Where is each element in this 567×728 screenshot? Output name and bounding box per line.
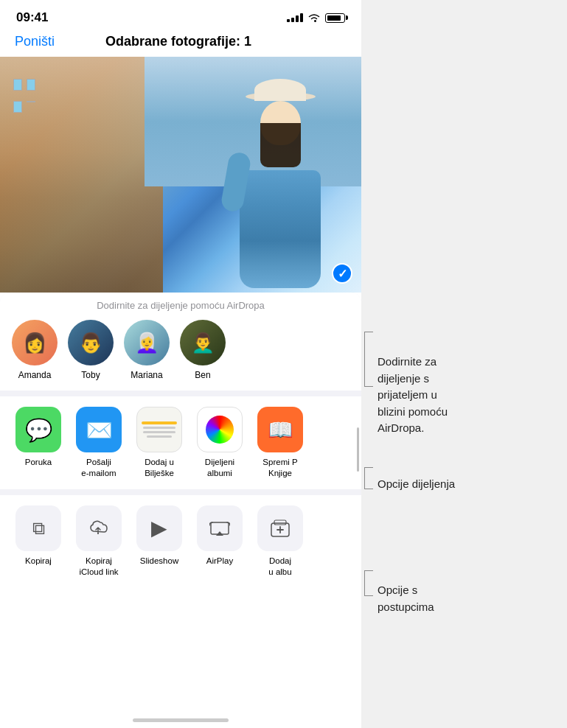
iphone-frame: 09:41 <box>0 0 361 728</box>
nav-bar: Poništi Odabrane fotografije: 1 <box>0 29 361 57</box>
actions-annotation-text: Opcije spostupcima <box>378 582 434 615</box>
share-option-books[interactable]: 📖 Spremi PKnjige <box>254 407 307 479</box>
share-options-row: 💬 Poruka ✉️ Pošaljie-mailom <box>0 396 361 489</box>
share-options-annotation: Opcije dijeljenja <box>378 476 455 493</box>
share-option-label: Dodaj uBilješke <box>145 457 174 479</box>
avatar-ben: 👨‍🦱 <box>180 320 226 365</box>
share-option-label: Spremi PKnjige <box>262 457 297 479</box>
svg-rect-3 <box>274 520 286 525</box>
copy-icon: ⧉ <box>15 505 61 551</box>
actions-annotation: Opcije spostupcima <box>378 582 434 615</box>
airdrop-section: Dodirnite za dijeljenje pomoću AirDropa … <box>0 293 361 391</box>
action-label: Dodaju albu <box>268 556 291 578</box>
action-label: KopirajiCloud link <box>79 556 118 578</box>
airdrop-annotation: Dodirnite zadijeljenje sprijateljem ubli… <box>378 354 448 437</box>
add-album-icon <box>257 505 303 551</box>
share-option-label: Poruka <box>25 457 52 468</box>
share-sheet: Dodirnite za dijeljenje pomoću AirDropa … <box>0 293 361 588</box>
cancel-button[interactable]: Poništi <box>15 34 55 49</box>
signal-icon <box>287 13 303 22</box>
airdrop-person-name: Toby <box>81 370 100 380</box>
messages-icon: 💬 <box>15 407 61 452</box>
share-option-messages[interactable]: 💬 Poruka <box>12 407 65 479</box>
wifi-icon <box>307 13 321 23</box>
airdrop-person-name: Ben <box>195 370 210 380</box>
share-option-notes[interactable]: Dodaj uBilješke <box>133 407 186 479</box>
action-label: Slideshow <box>140 556 178 567</box>
avatar-amanda: 👩 <box>12 320 58 365</box>
scroll-indicator <box>357 427 359 472</box>
action-copy-icloud[interactable]: KopirajiCloud link <box>72 505 125 578</box>
nav-title: Odabrane fotografije: 1 <box>55 34 302 49</box>
mail-icon: ✉️ <box>76 407 122 452</box>
airplay-icon <box>197 505 243 551</box>
airdrop-label: Dodirnite za dijeljenje pomoću AirDropa <box>0 300 361 311</box>
action-slideshow[interactable]: ▶ Slideshow <box>133 505 186 578</box>
status-icons <box>287 13 345 23</box>
share-option-mail[interactable]: ✉️ Pošaljie-mailom <box>72 407 125 479</box>
airdrop-people-list: 👩 Amanda 👨 Toby 👩‍🦳 M <box>0 320 361 380</box>
status-bar: 09:41 <box>0 0 361 29</box>
action-label: AirPlay <box>206 556 233 567</box>
actions-row: ⧉ Kopiraj KopirajiCloud link <box>0 495 361 588</box>
share-option-label: Dijeljenialbumi <box>205 457 234 479</box>
action-label: Kopiraj <box>25 556 52 567</box>
status-time: 09:41 <box>16 10 48 25</box>
annotation-panel: Dodirnite zadijeljenje sprijateljem ubli… <box>361 0 567 728</box>
share-option-albums[interactable]: Dijeljenialbumi <box>193 407 246 479</box>
share-option-label: Pošaljie-mailom <box>81 457 116 479</box>
battery-icon <box>325 13 345 23</box>
airdrop-person-name: Mariana <box>131 370 162 380</box>
icloud-link-icon <box>76 505 122 551</box>
action-airplay[interactable]: AirPlay <box>193 505 246 578</box>
airdrop-annotation-text: Dodirnite zadijeljenje sprijateljem ubli… <box>378 354 448 437</box>
photo-selected-check[interactable]: ✓ <box>332 263 352 284</box>
share-options-annotation-text: Opcije dijeljenja <box>378 476 455 493</box>
airdrop-person-mariana[interactable]: 👩‍🦳 Mariana <box>124 320 170 380</box>
avatar-toby: 👨 <box>68 320 114 365</box>
selected-photo[interactable]: ✓ <box>0 57 361 293</box>
photos-icon <box>197 407 243 452</box>
action-add-album[interactable]: Dodaju albu <box>254 505 307 578</box>
airdrop-person-amanda[interactable]: 👩 Amanda <box>12 320 58 380</box>
airdrop-person-name: Amanda <box>18 370 52 380</box>
airdrop-person-toby[interactable]: 👨 Toby <box>68 320 114 380</box>
airdrop-person-ben[interactable]: 👨‍🦱 Ben <box>180 320 226 380</box>
action-copy[interactable]: ⧉ Kopiraj <box>12 505 65 578</box>
books-icon: 📖 <box>257 407 303 452</box>
photo-background: ✓ <box>0 57 361 293</box>
notes-icon <box>136 407 182 452</box>
home-indicator[interactable] <box>133 718 229 722</box>
slideshow-icon: ▶ <box>136 505 182 551</box>
svg-point-0 <box>97 533 99 534</box>
avatar-mariana: 👩‍🦳 <box>124 320 170 365</box>
